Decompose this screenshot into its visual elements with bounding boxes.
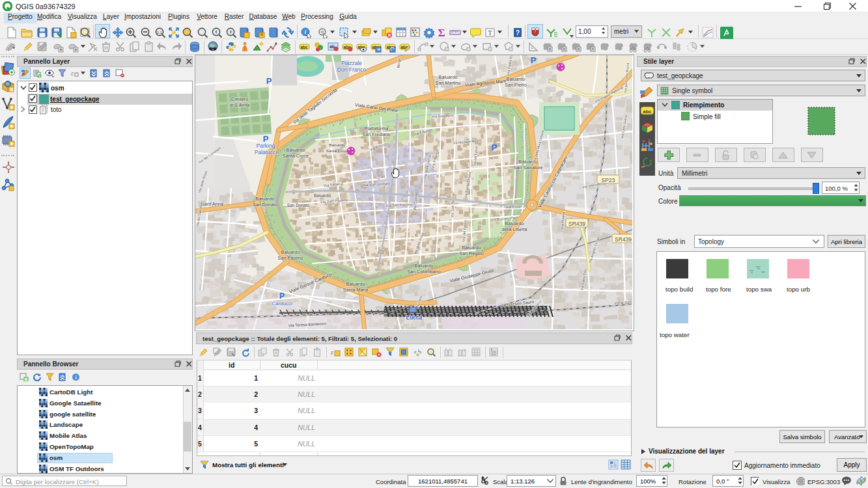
svg-text:Σ: Σ (438, 27, 445, 38)
svg-text:Santa Maria: Santa Maria (343, 287, 369, 293)
svg-text:SR439: SR439 (615, 236, 632, 243)
svg-text:San Salvatore: San Salvatore (513, 165, 542, 170)
svg-text:San Paolino: San Paolino (278, 255, 303, 261)
svg-text:P: P (266, 76, 272, 86)
svg-text:Palatucci: Palatucci (255, 149, 277, 156)
svg-text:Baluardo: Baluardo (415, 263, 434, 269)
svg-text:Baluardo: Baluardo (281, 249, 300, 255)
svg-text:ε: ε (71, 70, 74, 77)
svg-text:Baluardo: Baluardo (314, 193, 331, 198)
svg-text:Carducci: Carducci (272, 301, 292, 306)
svg-text:P: P (263, 134, 269, 144)
svg-text:T: T (488, 29, 492, 36)
svg-text:Baluardo: Baluardo (507, 76, 525, 82)
svg-text:Baluardo: Baluardo (287, 147, 305, 153)
svg-text:Don Franco: Don Franco (337, 66, 367, 73)
svg-text:Piazzale: Piazzale (341, 60, 362, 66)
svg-text:Baluardo: Baluardo (329, 142, 346, 147)
svg-text:1:1: 1:1 (157, 31, 163, 34)
svg-text:Baluardo: Baluardo (256, 196, 275, 202)
svg-text:Lucca: Lucca (406, 314, 423, 321)
svg-text:San Donato: San Donato (287, 203, 310, 208)
svg-text:?: ? (516, 29, 520, 36)
svg-text:ε: ε (331, 349, 333, 356)
svg-text:San Pietro: San Pietro (505, 82, 527, 88)
svg-text:Baluardo: Baluardo (346, 281, 365, 287)
svg-text:San Donato: San Donato (253, 202, 277, 208)
svg-text:Baluardo: Baluardo (505, 221, 524, 226)
svg-text:Baluardo: Baluardo (462, 245, 481, 251)
svg-text:Via Elisa: Via Elisa (505, 204, 521, 209)
svg-text:P: P (531, 55, 537, 65)
svg-text:Cimitero: Cimitero (231, 97, 248, 102)
svg-text:della Libertà: della Libertà (501, 226, 527, 232)
svg-text:abc: abc (643, 109, 652, 115)
svg-text:SP23: SP23 (602, 177, 615, 183)
svg-text:San Colombano: San Colombano (407, 269, 441, 275)
svg-text:Santa Croce: Santa Croce (283, 153, 309, 159)
svg-text:Sant'Anna: Sant'Anna (201, 201, 224, 207)
svg-text:abc: abc (300, 45, 308, 49)
svg-text:P: P (279, 291, 285, 301)
svg-text:SR439: SR439 (568, 221, 585, 227)
svg-text:P: P (492, 142, 497, 152)
svg-text:San Regolo: San Regolo (459, 251, 484, 256)
svg-text:San Martino: San Martino (436, 80, 461, 86)
svg-text:San Frediano: San Frediano (362, 131, 390, 137)
svg-text:Baluardo: Baluardo (439, 74, 458, 80)
svg-text:Piattaforma: Piattaforma (365, 126, 389, 131)
svg-text:di S.Anna: di S.Anna (230, 103, 249, 107)
svg-text:Santa Croce: Santa Croce (326, 148, 349, 153)
